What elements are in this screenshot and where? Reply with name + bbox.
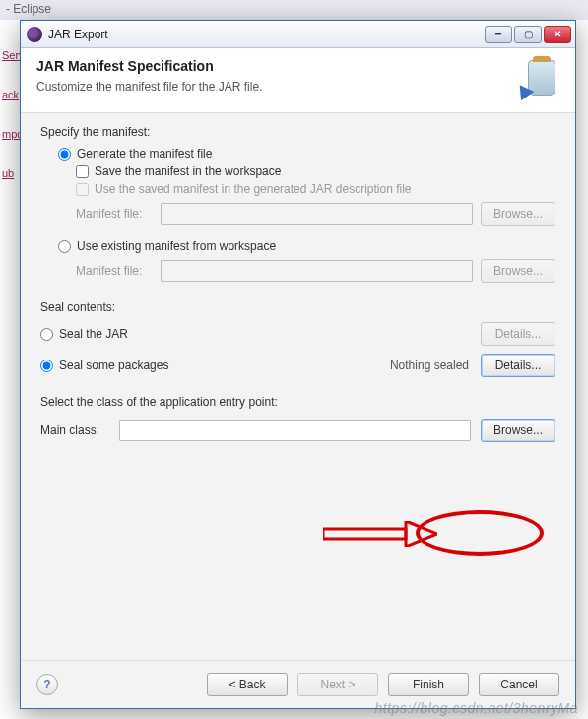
seal-packages-row: Seal some packages Nothing sealed Detail…: [40, 354, 555, 377]
next-button: Next >: [297, 673, 378, 696]
manifest-file-label-1: Manifest file:: [76, 207, 153, 221]
generate-manifest-row: Generate the manifest file: [58, 147, 555, 161]
help-button[interactable]: ?: [36, 674, 58, 695]
dialog-titlebar[interactable]: JAR Export ━ ▢ ✕: [21, 21, 575, 48]
save-manifest-label: Save the manifest in the workspace: [95, 164, 281, 178]
header-title: JAR Manifest Specification: [36, 58, 559, 74]
manifest-section: Specify the manifest: Generate the manif…: [40, 125, 555, 283]
seal-jar-radio[interactable]: [40, 328, 53, 341]
watermark: https://blog.csdn.net/3henryMa: [375, 700, 578, 716]
eclipse-sidebar: Serv ack mpo ub: [0, 39, 22, 512]
cancel-button[interactable]: Cancel: [479, 673, 559, 696]
manifest-browse-button-2: Browse...: [481, 259, 555, 283]
sidebar-item[interactable]: ub: [2, 167, 21, 179]
save-manifest-checkbox[interactable]: [76, 165, 89, 178]
finish-button[interactable]: Finish: [388, 673, 469, 696]
seal-section-label: Seal contents:: [40, 300, 555, 314]
back-button[interactable]: < Back: [207, 673, 288, 696]
manifest-file-input-2: [161, 260, 473, 282]
eclipse-icon: [27, 27, 42, 42]
sidebar-item[interactable]: mpo: [2, 128, 21, 140]
use-saved-manifest-checkbox: [76, 183, 89, 196]
manifest-file-row-1: Manifest file: Browse...: [76, 202, 555, 226]
main-class-label: Main class:: [40, 424, 109, 437]
eclipse-title-text: - Eclipse: [6, 2, 51, 16]
sidebar-item[interactable]: Serv: [2, 49, 21, 61]
main-class-row: Main class: Browse...: [40, 419, 555, 442]
seal-section: Seal contents: Seal the JAR Details... S…: [40, 300, 555, 377]
dialog-header: JAR Manifest Specification Customize the…: [21, 48, 575, 113]
manifest-browse-button-1: Browse...: [481, 202, 555, 226]
sidebar-item[interactable]: ack: [2, 89, 21, 100]
seal-packages-label: Seal some packages: [59, 359, 168, 372]
existing-manifest-row: Use existing manifest from workspace: [58, 239, 555, 253]
generate-manifest-label: Generate the manifest file: [77, 147, 212, 161]
entry-point-section: Select the class of the application entr…: [40, 395, 555, 442]
existing-manifest-radio[interactable]: [58, 240, 71, 253]
minimize-button[interactable]: ━: [485, 26, 512, 43]
use-saved-manifest-row: Use the saved manifest in the generated …: [76, 182, 555, 196]
manifest-file-input-1: [161, 203, 473, 225]
seal-jar-label: Seal the JAR: [59, 327, 128, 341]
seal-jar-details-button: Details...: [481, 322, 555, 346]
manifest-file-label-2: Manifest file:: [76, 264, 153, 278]
main-class-input[interactable]: [119, 420, 471, 441]
manifest-section-label: Specify the manifest:: [40, 125, 555, 139]
close-button[interactable]: ✕: [544, 26, 571, 43]
dialog-title: JAR Export: [48, 28, 485, 41]
dialog-content: Specify the manifest: Generate the manif…: [21, 113, 575, 660]
seal-jar-row: Seal the JAR Details...: [40, 322, 555, 346]
eclipse-titlebar: - Eclipse: [0, 0, 588, 20]
maximize-button[interactable]: ▢: [514, 26, 542, 43]
generate-manifest-radio[interactable]: [58, 148, 71, 161]
jar-icon: [518, 58, 559, 99]
entry-section-label: Select the class of the application entr…: [40, 395, 555, 409]
seal-status: Nothing sealed: [390, 359, 469, 372]
save-manifest-row: Save the manifest in the workspace: [76, 164, 555, 178]
main-class-browse-button[interactable]: Browse...: [481, 419, 555, 442]
use-saved-manifest-label: Use the saved manifest in the generated …: [95, 182, 412, 196]
seal-packages-details-button[interactable]: Details...: [481, 354, 555, 377]
seal-packages-radio[interactable]: [40, 360, 53, 372]
jar-export-dialog: JAR Export ━ ▢ ✕ JAR Manifest Specificat…: [20, 20, 576, 709]
manifest-file-row-2: Manifest file: Browse...: [76, 259, 555, 283]
header-description: Customize the manifest file for the JAR …: [36, 80, 559, 94]
existing-manifest-label: Use existing manifest from workspace: [77, 239, 276, 253]
